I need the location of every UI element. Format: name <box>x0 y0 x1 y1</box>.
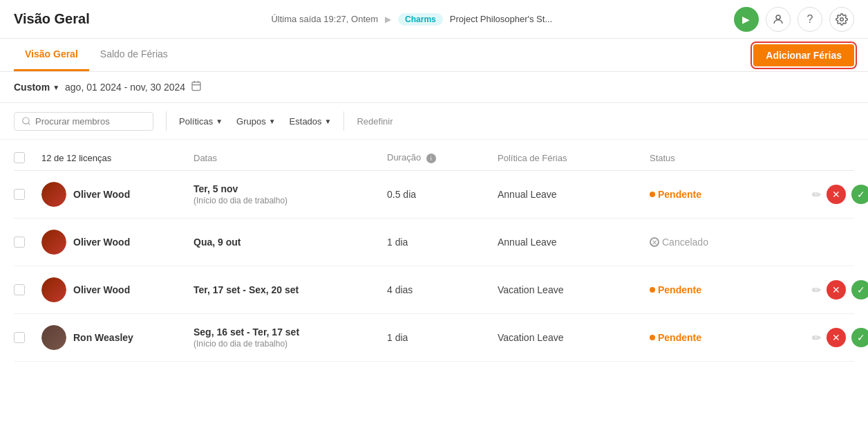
help-icon-button[interactable]: ? <box>798 7 822 32</box>
svg-rect-2 <box>192 82 200 91</box>
row2-policy: Annual Leave <box>498 237 650 248</box>
row3-status-badge: Pendente <box>650 284 788 295</box>
play-button[interactable]: ▶ <box>734 7 759 32</box>
svg-point-1 <box>840 17 844 21</box>
row4-avatar <box>41 325 66 350</box>
row3-dates: Ter, 17 set - Sex, 20 set <box>194 284 387 295</box>
row4-checkbox-cell <box>14 332 41 343</box>
table-row: Ron Weasley Seg, 16 set - Ter, 17 set (I… <box>14 314 854 362</box>
charms-badge: Charms <box>398 13 443 26</box>
filter-divider-2 <box>343 111 344 131</box>
row2-duration: 1 dia <box>387 237 498 248</box>
row2-dates: Qua, 9 out <box>194 237 387 248</box>
row1-checkbox[interactable] <box>14 189 25 200</box>
col-licenses: 12 de 12 licenças <box>41 153 194 163</box>
row3-checkbox-cell <box>14 284 41 295</box>
select-all-checkbox[interactable] <box>14 152 25 163</box>
date-filter-row: Custom ▼ ago, 01 2024 - nov, 30 2024 <box>0 72 868 103</box>
row1-reject-button[interactable]: ✕ <box>827 185 846 204</box>
date-filter: Custom ▼ ago, 01 2024 - nov, 30 2024 <box>14 80 202 94</box>
policies-arrow-icon: ▼ <box>216 118 223 125</box>
row4-checkbox[interactable] <box>14 332 25 343</box>
duration-info-icon[interactable]: i <box>426 154 436 163</box>
search-icon <box>21 116 31 126</box>
pending-dot-icon-3 <box>650 287 655 293</box>
states-label: Estados <box>290 116 322 127</box>
row3-policy: Vacation Leave <box>498 284 650 295</box>
row3-status: Pendente <box>650 284 788 295</box>
row1-approve-button[interactable]: ✓ <box>851 185 868 204</box>
settings-icon-button[interactable] <box>829 7 854 32</box>
col-status: Status <box>650 153 788 163</box>
row3-user-cell: Oliver Wood <box>41 277 194 302</box>
row4-avatar-img <box>41 325 66 350</box>
row4-edit-icon[interactable]: ✏ <box>812 331 821 344</box>
col-policy: Política de Férias <box>498 153 650 163</box>
custom-dropdown[interactable]: Custom ▼ <box>14 82 59 93</box>
svg-point-6 <box>23 118 29 124</box>
tab-visao-geral[interactable]: Visão Geral <box>14 39 89 71</box>
row1-date-main: Ter, 5 nov <box>194 183 387 194</box>
search-input[interactable] <box>35 116 146 127</box>
row1-checkbox-cell <box>14 189 41 200</box>
table-header: 12 de 12 licenças Datas Duração i Políti… <box>14 145 854 171</box>
pending-dot-icon-4 <box>650 335 655 340</box>
row4-reject-button[interactable]: ✕ <box>827 328 846 347</box>
groups-filter[interactable]: Grupos ▼ <box>229 113 283 130</box>
row1-dates: Ter, 5 nov (Início do dia de trabalho) <box>194 183 387 205</box>
row2-checkbox[interactable] <box>14 237 25 248</box>
row4-dates: Seg, 16 set - Ter, 17 set (Início do dia… <box>194 326 387 349</box>
row1-status-badge: Pendente <box>650 189 788 200</box>
row4-date-sub: (Início do dia de trabalho) <box>194 339 387 349</box>
row3-approve-button[interactable]: ✓ <box>851 280 868 300</box>
policies-label: Políticas <box>179 116 213 127</box>
date-range-text: ago, 01 2024 - nov, 30 2024 <box>65 82 185 93</box>
row2-avatar <box>41 230 66 255</box>
filter-divider <box>166 111 167 131</box>
add-ferias-button[interactable]: Adicionar Férias <box>753 44 854 66</box>
last-exit-text: Última saída 19:27, Ontem <box>271 14 378 24</box>
app-title: Visão Geral <box>14 11 90 27</box>
row3-avatar-img <box>41 277 66 302</box>
row1-date-sub: (Início do dia de trabalho) <box>194 196 387 205</box>
row4-status-badge: Pendente <box>650 332 788 343</box>
row4-date-main: Seg, 16 set - Ter, 17 set <box>194 326 387 338</box>
row4-actions: ✏ ✕ ✓ <box>788 328 868 347</box>
search-area[interactable] <box>14 112 153 131</box>
groups-arrow-icon: ▼ <box>269 118 276 125</box>
policies-filter[interactable]: Políticas ▼ <box>172 113 229 130</box>
tabs: Visão Geral Saldo de Férias <box>14 39 179 71</box>
tab-saldo-ferias[interactable]: Saldo de Férias <box>89 39 179 71</box>
row4-status: Pendente <box>650 332 788 343</box>
row3-reject-button[interactable]: ✕ <box>827 280 846 300</box>
row1-policy: Annual Leave <box>498 189 650 200</box>
row1-duration: 0.5 dia <box>387 189 498 200</box>
dropdown-arrow-icon: ▼ <box>53 84 59 91</box>
tabs-bar: Visão Geral Saldo de Férias Adicionar Fé… <box>0 39 868 72</box>
row1-avatar-img <box>41 182 66 207</box>
user-icon-button[interactable] <box>766 7 791 32</box>
col-dates: Datas <box>194 153 387 163</box>
reset-button[interactable]: Redefinir <box>350 113 399 130</box>
row1-avatar <box>41 182 66 207</box>
pending-dot-icon <box>650 192 655 197</box>
calendar-icon[interactable] <box>191 80 202 94</box>
row2-status-badge: ✕ Cancelado <box>650 237 788 248</box>
table-row: Oliver Wood Qua, 9 out 1 dia Annual Leav… <box>14 219 854 266</box>
row4-approve-button[interactable]: ✓ <box>851 328 868 347</box>
states-filter[interactable]: Estados ▼ <box>283 113 339 130</box>
row3-edit-icon[interactable]: ✏ <box>812 284 821 297</box>
col-duration: Duração i <box>387 152 498 163</box>
row1-actions: ✏ ✕ ✓ <box>788 185 868 204</box>
row2-status: ✕ Cancelado <box>650 237 788 248</box>
table-row: Oliver Wood Ter, 17 set - Sex, 20 set 4 … <box>14 266 854 314</box>
row3-checkbox[interactable] <box>14 284 25 295</box>
row4-user-cell: Ron Weasley <box>41 325 194 350</box>
row1-edit-icon[interactable]: ✏ <box>812 188 821 201</box>
row2-user-cell: Oliver Wood <box>41 230 194 255</box>
row3-user-name: Oliver Wood <box>73 284 130 295</box>
table-container: 12 de 12 licenças Datas Duração i Políti… <box>0 145 868 362</box>
header-checkbox-cell <box>14 152 41 163</box>
row4-policy: Vacation Leave <box>498 332 650 343</box>
row1-user-name: Oliver Wood <box>73 189 130 200</box>
